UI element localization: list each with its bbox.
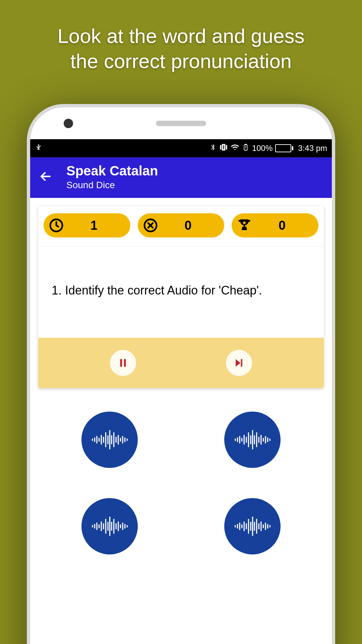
svg-point-3 xyxy=(245,149,246,149)
back-button[interactable] xyxy=(38,169,53,185)
svg-rect-36 xyxy=(252,430,253,449)
svg-rect-55 xyxy=(113,519,114,534)
svg-rect-26 xyxy=(124,437,125,442)
svg-rect-38 xyxy=(256,432,257,447)
svg-rect-63 xyxy=(237,524,238,528)
svg-rect-56 xyxy=(116,523,117,529)
question-card: 1 0 0 1. Identify the xyxy=(38,206,324,388)
promo-line-2: the correct pronunciation xyxy=(70,50,292,72)
battery-percent: 100% xyxy=(252,144,273,153)
svg-rect-32 xyxy=(244,435,245,445)
svg-rect-69 xyxy=(250,522,251,531)
svg-marker-9 xyxy=(236,359,240,367)
svg-rect-37 xyxy=(254,435,255,444)
svg-rect-77 xyxy=(267,524,268,528)
svg-rect-61 xyxy=(127,525,128,528)
trophy-icon xyxy=(236,217,252,233)
svg-rect-39 xyxy=(258,437,259,443)
stat-wrong-value: 0 xyxy=(159,218,218,233)
svg-rect-30 xyxy=(239,436,240,443)
svg-rect-66 xyxy=(244,522,245,531)
svg-rect-54 xyxy=(111,522,112,531)
svg-rect-25 xyxy=(122,436,123,443)
main-content: 1 0 0 1. Identify the xyxy=(30,198,332,562)
svg-rect-72 xyxy=(256,519,257,534)
status-bar: 100% 3:43 pm xyxy=(30,139,332,157)
next-button[interactable] xyxy=(226,350,252,376)
svg-rect-68 xyxy=(248,519,249,534)
svg-rect-46 xyxy=(94,524,95,528)
svg-rect-67 xyxy=(246,523,247,529)
stats-row: 1 0 0 xyxy=(38,206,324,247)
svg-rect-57 xyxy=(118,522,119,531)
stat-time-value: 1 xyxy=(64,218,124,233)
svg-rect-13 xyxy=(96,436,97,443)
svg-rect-52 xyxy=(107,522,108,531)
svg-rect-33 xyxy=(246,437,247,443)
svg-rect-73 xyxy=(258,523,259,529)
svg-rect-14 xyxy=(99,438,100,442)
vibrate-icon xyxy=(219,143,228,154)
battery-icon xyxy=(275,144,293,152)
waveform-icon xyxy=(91,515,128,538)
phone-mockup: 100% 3:43 pm Speak Catalan Sound Dice xyxy=(27,104,335,644)
svg-rect-75 xyxy=(263,525,264,528)
svg-rect-71 xyxy=(254,522,255,531)
svg-rect-10 xyxy=(241,359,242,367)
svg-rect-15 xyxy=(101,435,102,445)
stat-wrong: 0 xyxy=(138,213,225,237)
pause-button[interactable] xyxy=(110,350,136,376)
svg-rect-74 xyxy=(260,522,261,531)
svg-rect-19 xyxy=(109,430,110,449)
svg-rect-12 xyxy=(94,437,95,442)
audio-controls xyxy=(38,338,324,388)
svg-rect-21 xyxy=(113,432,114,447)
audio-option-2[interactable] xyxy=(224,412,281,468)
clock-time: 3:43 pm xyxy=(298,144,327,153)
svg-rect-22 xyxy=(116,437,117,443)
x-circle-icon xyxy=(142,217,159,233)
svg-rect-40 xyxy=(260,435,261,445)
stat-score: 0 xyxy=(232,213,318,237)
svg-rect-29 xyxy=(237,437,238,442)
audio-option-1[interactable] xyxy=(81,412,138,468)
phone-top-bezel xyxy=(30,107,332,139)
svg-rect-50 xyxy=(103,523,104,529)
svg-rect-1 xyxy=(245,144,246,145)
svg-rect-58 xyxy=(120,525,121,528)
svg-rect-41 xyxy=(263,438,264,442)
waveform-icon xyxy=(234,515,271,538)
audio-options-grid xyxy=(38,412,324,554)
svg-rect-49 xyxy=(101,522,102,531)
svg-rect-31 xyxy=(241,438,242,442)
app-subtitle: Sound Dice xyxy=(66,180,158,191)
svg-rect-62 xyxy=(235,525,236,528)
svg-rect-11 xyxy=(92,439,93,441)
svg-rect-42 xyxy=(265,436,266,443)
phone-body: 100% 3:43 pm Speak Catalan Sound Dice xyxy=(27,104,335,644)
bluetooth-icon xyxy=(209,144,217,153)
svg-rect-53 xyxy=(109,517,110,536)
app-bar-titles: Speak Catalan Sound Dice xyxy=(66,163,158,191)
svg-rect-59 xyxy=(122,523,123,530)
app-bar: Speak Catalan Sound Dice xyxy=(30,157,332,198)
svg-rect-35 xyxy=(250,435,251,444)
waveform-icon xyxy=(91,428,128,451)
svg-rect-23 xyxy=(118,435,119,445)
audio-option-3[interactable] xyxy=(81,498,138,554)
svg-rect-65 xyxy=(241,525,242,528)
stat-score-value: 0 xyxy=(252,218,312,233)
svg-rect-48 xyxy=(99,525,100,528)
clock-icon xyxy=(48,217,64,233)
battery-warn-icon xyxy=(242,144,249,153)
svg-rect-43 xyxy=(267,437,268,442)
promo-caption: Look at the word and guess the correct p… xyxy=(0,0,362,87)
svg-rect-20 xyxy=(111,435,112,444)
svg-rect-24 xyxy=(120,438,121,442)
svg-rect-51 xyxy=(105,519,106,534)
audio-option-4[interactable] xyxy=(224,498,281,554)
svg-rect-70 xyxy=(252,517,253,536)
svg-rect-27 xyxy=(127,439,128,441)
svg-rect-44 xyxy=(269,439,270,441)
svg-rect-8 xyxy=(124,359,126,367)
